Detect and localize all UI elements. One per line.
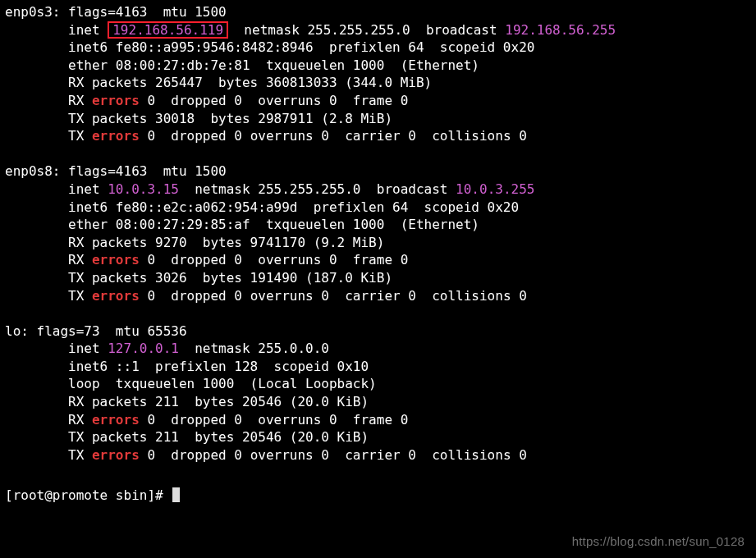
- iface-header: lo: flags=73 mtu 65536: [5, 322, 751, 341]
- errors-word: errors: [92, 412, 140, 428]
- blank-line: [5, 464, 751, 482]
- cursor-block: [172, 487, 180, 502]
- link-line: ether 08:00:27:29:85:af txqueuelen 1000 …: [5, 216, 751, 234]
- tx-packets-line: TX packets 3026 bytes 191490 (187.0 KiB): [5, 269, 751, 287]
- tx-packets-line: TX packets 211 bytes 20546 (20.0 KiB): [5, 428, 751, 446]
- iface-header: enp0s8: flags=4163 mtu 1500: [5, 162, 751, 181]
- watermark-text: https://blog.csdn.net/sun_0128: [572, 533, 745, 550]
- inet-ip: 10.0.3.15: [108, 181, 179, 197]
- rx-errors-line: RX errors 0 dropped 0 overruns 0 frame 0: [5, 92, 751, 110]
- link-line: loop txqueuelen 1000 (Local Loopback): [5, 375, 751, 393]
- rx-packets-line: RX packets 9270 bytes 9741170 (9.2 MiB): [5, 234, 751, 252]
- inet-line: inet 192.168.56.119 netmask 255.255.255.…: [5, 21, 751, 39]
- inet-line: inet 127.0.0.1 netmask 255.0.0.0: [5, 340, 751, 358]
- tx-packets-line: TX packets 30018 bytes 2987911 (2.8 MiB): [5, 110, 751, 128]
- inet6-line: inet6 ::1 prefixlen 128 scopeid 0x10: [5, 358, 751, 376]
- errors-word: errors: [92, 93, 140, 108]
- rx-errors-line: RX errors 0 dropped 0 overruns 0 frame 0: [5, 411, 751, 429]
- broadcast-ip: 10.0.3.255: [456, 181, 534, 197]
- broadcast-ip: 192.168.56.255: [505, 22, 616, 38]
- errors-word: errors: [92, 252, 140, 268]
- blank-line: [5, 145, 751, 163]
- link-line: ether 08:00:27:db:7e:81 txqueuelen 1000 …: [5, 57, 751, 75]
- tx-errors-line: TX errors 0 dropped 0 overruns 0 carrier…: [5, 446, 751, 464]
- errors-word: errors: [92, 447, 140, 463]
- errors-word: errors: [92, 128, 140, 144]
- inet6-line: inet6 fe80::a995:9546:8482:8946 prefixle…: [5, 39, 751, 57]
- tx-errors-line: TX errors 0 dropped 0 overruns 0 carrier…: [5, 287, 751, 305]
- rx-packets-line: RX packets 211 bytes 20546 (20.0 KiB): [5, 393, 751, 411]
- inet-ip-highlight: 192.168.56.119: [108, 21, 228, 39]
- inet-ip: 127.0.0.1: [108, 341, 179, 356]
- rx-packets-line: RX packets 265447 bytes 360813033 (344.0…: [5, 74, 751, 92]
- inet6-line: inet6 fe80::e2c:a062:954:a99d prefixlen …: [5, 199, 751, 217]
- errors-word: errors: [92, 288, 140, 304]
- tx-errors-line: TX errors 0 dropped 0 overruns 0 carrier…: [5, 127, 751, 145]
- rx-errors-line: RX errors 0 dropped 0 overruns 0 frame 0: [5, 251, 751, 269]
- iface-header: enp0s3: flags=4163 mtu 1500: [5, 3, 751, 21]
- inet-line: inet 10.0.3.15 netmask 255.255.255.0 bro…: [5, 181, 751, 199]
- shell-prompt[interactable]: [root@promote sbin]#: [5, 487, 751, 505]
- terminal-output[interactable]: enp0s3: flags=4163 mtu 1500 inet 192.168…: [0, 0, 756, 508]
- blank-line: [5, 304, 751, 322]
